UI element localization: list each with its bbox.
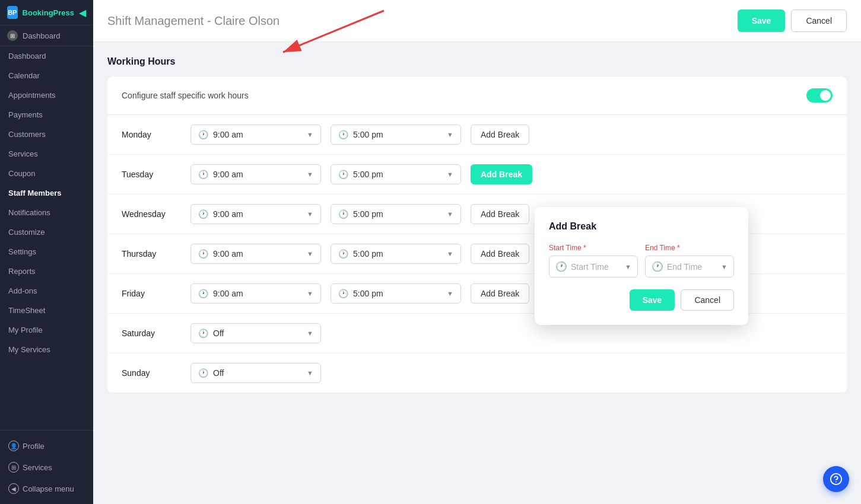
sidebar-nav: Dashboard Calendar Appointments Payments… bbox=[0, 46, 93, 430]
sidebar-item-settings[interactable]: Settings bbox=[0, 242, 93, 261]
working-hours-card: Configure staff specific work hours Mond… bbox=[107, 76, 847, 393]
sunday-start-select[interactable]: 🕐 Off ▼ bbox=[190, 363, 321, 383]
sidebar-collapse-arrow[interactable]: ◀ bbox=[79, 7, 86, 18]
day-row-tuesday: Tuesday 🕐 9:00 am ▼ 🕐 5:00 pm ▼ Add Brea… bbox=[107, 155, 847, 194]
popup-start-time-select[interactable]: 🕐 Start Time ▼ bbox=[549, 256, 638, 277]
configure-label: Configure staff specific work hours bbox=[122, 91, 249, 100]
save-button[interactable]: Save bbox=[738, 9, 786, 32]
cancel-button[interactable]: Cancel bbox=[791, 9, 847, 32]
help-icon bbox=[830, 473, 843, 486]
chevron-tue-start: ▼ bbox=[307, 171, 313, 178]
sidebar-item-dashboard-top[interactable]: ⊞ Dashboard bbox=[0, 25, 93, 46]
sunday-start-value: Off bbox=[213, 368, 224, 378]
tuesday-end-value: 5:00 pm bbox=[353, 170, 383, 179]
sidebar-item-appointments[interactable]: Appointments bbox=[0, 85, 93, 105]
wednesday-start-select[interactable]: 🕐 9:00 am ▼ bbox=[190, 204, 321, 224]
dashboard-top-icon: ⊞ bbox=[7, 30, 18, 41]
popup-clock-start-icon: 🕐 bbox=[555, 261, 567, 272]
clock-icon-thu-start: 🕐 bbox=[198, 249, 208, 259]
day-label-tuesday: Tuesday bbox=[122, 170, 181, 179]
services-bottom-label: Services bbox=[23, 463, 52, 472]
popup-end-time-select[interactable]: 🕐 End Time ▼ bbox=[645, 256, 734, 277]
thursday-start-select[interactable]: 🕐 9:00 am ▼ bbox=[190, 244, 321, 264]
collapse-icon: ◀ bbox=[8, 483, 19, 494]
sidebar-item-services[interactable]: Services bbox=[0, 144, 93, 164]
wednesday-add-break-button[interactable]: Add Break bbox=[471, 204, 529, 224]
day-label-wednesday: Wednesday bbox=[122, 209, 181, 219]
monday-start-select[interactable]: 🕐 9:00 am ▼ bbox=[190, 125, 321, 145]
popup-save-button[interactable]: Save bbox=[630, 289, 675, 311]
tuesday-end-select[interactable]: 🕐 5:00 pm ▼ bbox=[331, 164, 461, 184]
chevron-mon-start: ▼ bbox=[307, 131, 313, 138]
chevron-fri-end: ▼ bbox=[447, 290, 453, 297]
clock-icon-mon-start: 🕐 bbox=[198, 130, 208, 139]
add-break-popup: Add Break Start Time * 🕐 Start Time bbox=[535, 207, 748, 325]
sidebar-item-notifications[interactable]: Notifications bbox=[0, 203, 93, 222]
services-icon: ⊞ bbox=[8, 462, 19, 473]
sidebar-item-calendar[interactable]: Calendar bbox=[0, 66, 93, 85]
day-row-sunday: Sunday 🕐 Off ▼ bbox=[107, 353, 847, 393]
monday-end-value: 5:00 pm bbox=[353, 130, 383, 139]
monday-add-break-button[interactable]: Add Break bbox=[471, 125, 529, 145]
chevron-wed-start: ▼ bbox=[307, 210, 313, 218]
title-main: Shift Management bbox=[107, 14, 204, 27]
sidebar-item-customize[interactable]: Customize bbox=[0, 222, 93, 242]
day-label-thursday: Thursday bbox=[122, 249, 181, 259]
sidebar-item-collapse[interactable]: ◀ Collapse menu bbox=[0, 478, 93, 499]
popup-end-placeholder: End Time bbox=[667, 262, 702, 272]
day-label-saturday: Saturday bbox=[122, 328, 181, 338]
title-sub: - Claire Olson bbox=[207, 14, 279, 27]
friday-add-break-button[interactable]: Add Break bbox=[471, 283, 529, 304]
sidebar-item-my-services[interactable]: My Services bbox=[0, 340, 93, 359]
wednesday-end-select[interactable]: 🕐 5:00 pm ▼ bbox=[331, 204, 461, 224]
saturday-start-select[interactable]: 🕐 Off ▼ bbox=[190, 323, 321, 343]
sidebar-item-dashboard[interactable]: Dashboard bbox=[0, 46, 93, 66]
popup-start-chevron: ▼ bbox=[625, 263, 631, 270]
sidebar-item-my-profile[interactable]: My Profile bbox=[0, 320, 93, 340]
chevron-fri-start: ▼ bbox=[307, 290, 313, 297]
popup-end-time-label: End Time * bbox=[645, 244, 734, 252]
clock-icon-thu-end: 🕐 bbox=[338, 249, 348, 259]
sidebar-item-timesheet[interactable]: TimeSheet bbox=[0, 301, 93, 320]
support-button[interactable] bbox=[823, 466, 849, 492]
app-icon: BP bbox=[7, 6, 18, 19]
clock-icon-wed-start: 🕐 bbox=[198, 209, 208, 219]
header-actions: Save Cancel bbox=[738, 9, 847, 32]
toggle-configure[interactable] bbox=[806, 88, 833, 103]
page-title: Shift Management - Claire Olson bbox=[107, 14, 279, 28]
popup-end-chevron: ▼ bbox=[721, 263, 727, 270]
sidebar-item-reports[interactable]: Reports bbox=[0, 261, 93, 281]
section-title-working-hours: Working Hours bbox=[107, 56, 847, 67]
dashboard-top-label: Dashboard bbox=[23, 31, 61, 40]
popup-fields: Start Time * 🕐 Start Time ▼ bbox=[549, 244, 734, 277]
tuesday-add-break-button[interactable]: Add Break bbox=[471, 164, 532, 184]
wednesday-end-value: 5:00 pm bbox=[353, 209, 383, 219]
friday-end-select[interactable]: 🕐 5:00 pm ▼ bbox=[331, 283, 461, 304]
card-header: Configure staff specific work hours bbox=[107, 76, 847, 115]
sidebar-item-coupon[interactable]: Coupon bbox=[0, 164, 93, 183]
clock-icon-fri-start: 🕐 bbox=[198, 289, 208, 298]
sidebar-item-staff-members[interactable]: Staff Members bbox=[0, 183, 93, 203]
popup-cancel-button[interactable]: Cancel bbox=[681, 289, 734, 311]
sidebar-item-payments[interactable]: Payments bbox=[0, 105, 93, 125]
thursday-end-select[interactable]: 🕐 5:00 pm ▼ bbox=[331, 244, 461, 264]
sidebar-bottom: 👤 Profile ⊞ Services ◀ Collapse menu bbox=[0, 430, 93, 504]
sidebar-item-services-bottom[interactable]: ⊞ Services bbox=[0, 457, 93, 478]
friday-start-select[interactable]: 🕐 9:00 am ▼ bbox=[190, 283, 321, 304]
sidebar-item-customers[interactable]: Customers bbox=[0, 125, 93, 144]
chevron-sat-start: ▼ bbox=[307, 330, 313, 337]
sidebar-item-addons[interactable]: Add-ons bbox=[0, 281, 93, 301]
wednesday-start-value: 9:00 am bbox=[213, 209, 243, 219]
monday-end-select[interactable]: 🕐 5:00 pm ▼ bbox=[331, 125, 461, 145]
app-name: BookingPress bbox=[23, 8, 74, 17]
thursday-add-break-button[interactable]: Add Break bbox=[471, 244, 529, 264]
tuesday-start-select[interactable]: 🕐 9:00 am ▼ bbox=[190, 164, 321, 184]
day-label-friday: Friday bbox=[122, 289, 181, 298]
popup-title: Add Break bbox=[549, 221, 734, 232]
clock-icon-tue-end: 🕐 bbox=[338, 170, 348, 179]
sidebar-item-profile[interactable]: 👤 Profile bbox=[0, 435, 93, 457]
clock-icon-mon-end: 🕐 bbox=[338, 130, 348, 139]
chevron-thu-end: ▼ bbox=[447, 250, 453, 257]
monday-start-value: 9:00 am bbox=[213, 130, 243, 139]
day-label-monday: Monday bbox=[122, 130, 181, 139]
